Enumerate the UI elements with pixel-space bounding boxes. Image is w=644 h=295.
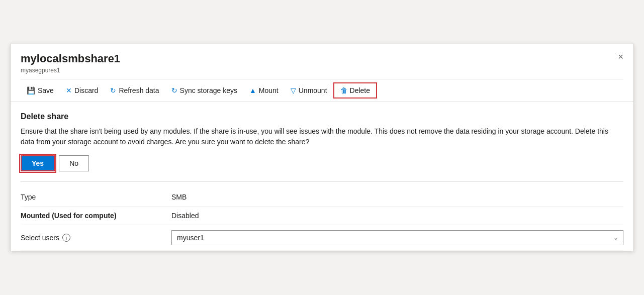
panel: mylocalsmbshare1 myasegpures1 × 💾 Save ✕… — [10, 44, 634, 251]
save-label: Save — [38, 86, 54, 94]
info-icon[interactable]: i — [62, 234, 70, 242]
yes-button[interactable]: Yes — [21, 155, 55, 171]
close-button[interactable]: × — [616, 50, 625, 63]
mount-icon: ▲ — [249, 86, 256, 94]
refresh-button[interactable]: ↻ Refresh data — [104, 83, 165, 97]
panel-subtitle: myasegpures1 — [21, 67, 623, 74]
discard-button[interactable]: ✕ Discard — [60, 83, 104, 97]
select-users-input[interactable]: myuser1 — [171, 230, 623, 245]
refresh-icon: ↻ — [110, 86, 116, 94]
panel-body: Delete share Ensure that the share isn't… — [11, 102, 633, 251]
save-button[interactable]: 💾 Save — [21, 83, 60, 97]
unmount-button[interactable]: ▽ Unmount — [285, 83, 333, 97]
panel-header: mylocalsmbshare1 myasegpures1 × 💾 Save ✕… — [11, 44, 633, 102]
delete-button[interactable]: 🗑 Delete — [333, 82, 377, 99]
refresh-label: Refresh data — [119, 86, 159, 94]
delete-message: Ensure that the share isn't being used b… — [21, 126, 623, 147]
delete-icon: 🗑 — [340, 86, 347, 94]
delete-section: Delete share Ensure that the share isn't… — [21, 112, 623, 171]
save-icon: 💾 — [27, 86, 35, 94]
unmount-icon: ▽ — [291, 86, 296, 94]
panel-title: mylocalsmbshare1 — [21, 52, 623, 65]
mounted-label: Mounted (Used for compute) — [21, 212, 171, 220]
select-users-label: Select users i — [21, 234, 171, 242]
delete-label: Delete — [350, 86, 370, 94]
form-row-type: Type SMB — [21, 188, 623, 207]
toolbar: 💾 Save ✕ Discard ↻ Refresh data ↻ Sync s… — [21, 79, 623, 102]
delete-title: Delete share — [21, 112, 623, 121]
mount-button[interactable]: ▲ Mount — [243, 83, 285, 97]
mounted-value: Disabled — [171, 212, 623, 220]
sync-button[interactable]: ↻ Sync storage keys — [165, 83, 243, 97]
sync-icon: ↻ — [171, 86, 177, 94]
type-label: Type — [21, 193, 171, 201]
discard-label: Discard — [74, 86, 98, 94]
unmount-label: Unmount — [299, 86, 327, 94]
no-button[interactable]: No — [59, 155, 89, 171]
discard-icon: ✕ — [66, 86, 72, 94]
form-row-mounted: Mounted (Used for compute) Disabled — [21, 207, 623, 225]
sync-label: Sync storage keys — [180, 86, 237, 94]
action-buttons: Yes No — [21, 155, 623, 171]
type-value: SMB — [171, 193, 623, 201]
select-users-wrapper: myuser1 ⌄ — [171, 230, 623, 245]
mount-label: Mount — [259, 86, 279, 94]
form-row-select-users: Select users i myuser1 ⌄ — [21, 225, 623, 251]
form-section: Type SMB Mounted (Used for compute) Disa… — [21, 181, 623, 251]
